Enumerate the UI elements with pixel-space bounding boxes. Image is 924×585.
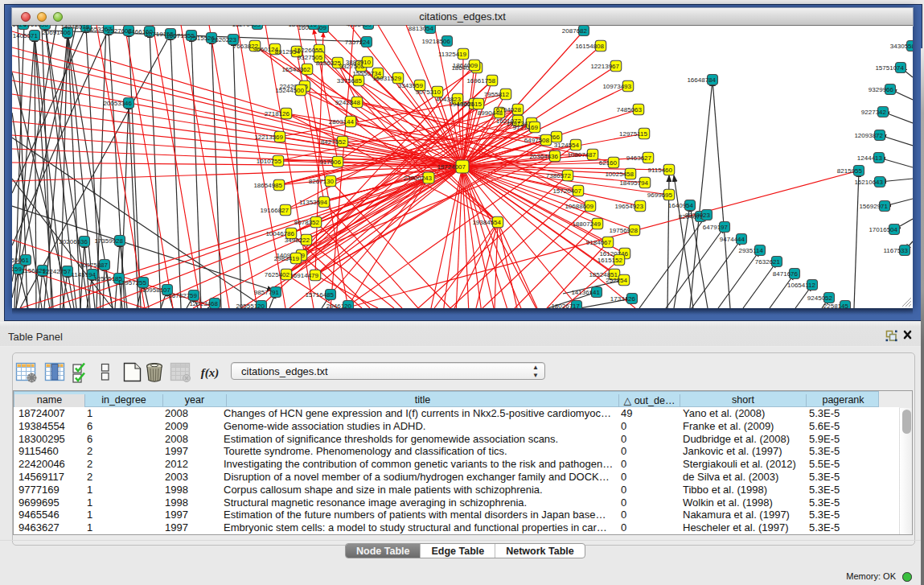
svg-text:15031529: 15031529	[372, 75, 401, 82]
svg-text:9115460: 9115460	[647, 167, 672, 174]
svg-text:8427552: 8427552	[321, 138, 347, 146]
svg-text:6497508: 6497508	[524, 137, 550, 144]
svg-text:15244500: 15244500	[275, 87, 304, 94]
svg-text:7485063: 7485063	[617, 106, 643, 113]
svg-text:19654923: 19654923	[614, 203, 643, 210]
svg-text:1733426: 1733426	[610, 295, 636, 303]
svg-text:12093872: 12093872	[854, 132, 883, 139]
svg-text:917006: 917006	[319, 159, 341, 166]
svg-text:15751074: 15751074	[875, 64, 904, 72]
svg-text:19218506: 19218506	[421, 38, 450, 45]
svg-text:2946120: 2946120	[326, 303, 352, 308]
svg-text:8186325: 8186325	[316, 60, 342, 67]
svg-text:16914479: 16914479	[290, 272, 318, 279]
svg-text:6794028: 6794028	[496, 106, 522, 113]
svg-text:6479197: 6479197	[703, 224, 729, 231]
svg-text:14136141: 14136141	[571, 289, 600, 296]
svg-text:2803144: 2803144	[329, 118, 355, 126]
svg-text:f(x): f(x)	[201, 366, 220, 380]
svg-text:11353594: 11353594	[299, 199, 328, 206]
svg-text:1362615: 1362615	[457, 101, 483, 108]
svg-text:9463627: 9463627	[626, 154, 652, 162]
svg-text:8267130: 8267130	[309, 178, 335, 185]
svg-text:8678352: 8678352	[294, 219, 320, 226]
svg-text:7386372: 7386372	[546, 172, 572, 179]
svg-text:2718126: 2718126	[265, 110, 290, 117]
svg-text:1010755: 1010755	[257, 158, 282, 165]
svg-text:1145194: 1145194	[71, 271, 96, 278]
svg-text:3375685: 3375685	[337, 77, 363, 84]
svg-text:19166827: 19166827	[260, 207, 289, 214]
svg-text:8215955: 8215955	[837, 167, 863, 175]
svg-text:9474444: 9474444	[720, 236, 745, 243]
svg-text:12213369: 12213369	[254, 134, 283, 141]
svg-text:19384554: 19384554	[472, 219, 501, 226]
svg-text:10688609: 10688609	[565, 203, 593, 210]
svg-text:10807487: 10807487	[567, 151, 596, 159]
svg-text:17016504: 17016504	[869, 226, 897, 233]
svg-text:9242848: 9242848	[335, 99, 361, 106]
svg-text:9075310: 9075310	[416, 89, 441, 96]
svg-text:1615152: 1615152	[598, 257, 623, 264]
svg-text:10654112: 10654112	[787, 282, 816, 289]
svg-text:2983419: 2983419	[274, 255, 300, 262]
svg-text:9329966: 9329966	[869, 86, 894, 93]
svg-text:1405571: 1405571	[13, 32, 39, 39]
svg-text:3430558: 3430558	[890, 43, 913, 50]
svg-text:10958107: 10958107	[142, 286, 170, 294]
svg-text:3498222: 3498222	[285, 237, 310, 244]
svg-text:9184067: 9184067	[586, 239, 612, 246]
svg-text:12975115: 12975115	[619, 130, 648, 138]
svg-text:16543362: 16543362	[281, 66, 310, 73]
svg-text:16961758: 16961758	[466, 77, 495, 84]
svg-text:1244413: 1244413	[857, 154, 883, 162]
svg-text:1640954: 1640954	[668, 202, 694, 209]
svg-text:1167533: 1167533	[883, 247, 908, 254]
svg-text:9857791: 9857791	[254, 289, 280, 296]
svg-text:9245052: 9245052	[807, 295, 833, 302]
svg-text:16648784: 16648784	[687, 76, 716, 84]
svg-text:252254: 252254	[606, 277, 627, 284]
svg-text:62160: 62160	[599, 159, 618, 167]
svg-text:19756928: 19756928	[609, 227, 638, 234]
svg-text:8471676: 8471676	[773, 270, 799, 278]
svg-text:18654985: 18654985	[253, 182, 282, 189]
svg-text:17359928: 17359928	[94, 237, 123, 245]
svg-text:18495794: 18495794	[619, 179, 648, 187]
svg-text:20555120: 20555120	[236, 303, 265, 308]
svg-text:16782759: 16782759	[168, 292, 197, 299]
svg-text:15716485: 15716485	[305, 291, 334, 299]
svg-text:15692971: 15692971	[859, 203, 888, 210]
svg-text:4158480: 4158480	[347, 25, 372, 28]
svg-text:7357224: 7357224	[345, 39, 371, 46]
svg-text:18724007: 18724007	[437, 163, 466, 171]
svg-text:10973493: 10973493	[602, 83, 631, 90]
svg-text:18026717: 18026717	[551, 303, 580, 308]
svg-text:9699695: 9699695	[647, 192, 673, 199]
svg-text:8813054: 8813054	[409, 25, 434, 32]
svg-text:3124554: 3124554	[554, 142, 580, 149]
svg-text:12242757: 12242757	[42, 268, 71, 275]
svg-text:8938923: 8938923	[685, 212, 711, 219]
svg-text:11325419: 11325419	[438, 51, 467, 58]
svg-text:7955812: 7955812	[484, 91, 510, 98]
svg-text:6061658: 6061658	[23, 25, 49, 28]
svg-text:2087682: 2087682	[562, 27, 588, 35]
svg-text:90975887: 90975887	[79, 262, 108, 269]
svg-text:2258145: 2258145	[823, 303, 849, 308]
svg-text:12213967: 12213967	[590, 63, 619, 70]
svg-text:4355061: 4355061	[12, 257, 30, 264]
svg-text:23900243: 23900243	[403, 175, 432, 182]
svg-text:1864009: 1864009	[453, 62, 478, 69]
svg-text:3883910: 3883910	[346, 59, 372, 66]
svg-text:9777169: 9777169	[513, 124, 539, 131]
svg-text:18807249: 18807249	[572, 220, 601, 228]
svg-text:7632621: 7632621	[755, 258, 781, 266]
svg-text:9227342: 9227342	[861, 109, 887, 116]
svg-text:2935114: 2935114	[738, 247, 763, 254]
svg-text:20364436: 20364436	[529, 153, 558, 160]
svg-text:16154808: 16154808	[575, 43, 604, 50]
svg-text:20053346: 20053346	[103, 100, 132, 107]
svg-text:13270483: 13270483	[232, 25, 261, 28]
svg-text:18981216: 18981216	[288, 25, 317, 28]
